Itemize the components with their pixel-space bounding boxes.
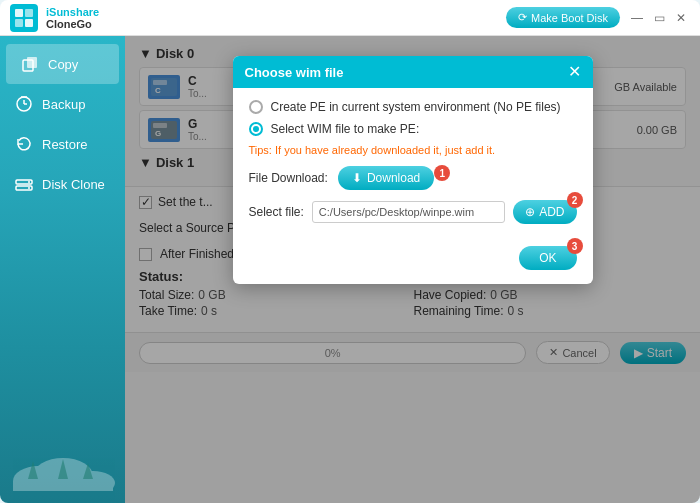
download-row: File Download: ⬇ Download 1 <box>249 166 577 190</box>
content-area: ▼ Disk 0 C C To... <box>125 36 700 503</box>
tip-text: Tips: If you have already downloaded it,… <box>249 144 577 156</box>
sidebar-restore-label: Restore <box>42 137 88 152</box>
svg-rect-17 <box>13 481 113 491</box>
modal-body: Create PE in current system environment … <box>233 88 593 246</box>
maximize-button[interactable]: ▭ <box>650 9 668 27</box>
title-bar-right: ⟳ Make Boot Disk — ▭ ✕ <box>506 7 690 28</box>
modal-title: Choose wim file <box>245 65 344 80</box>
window-controls: — ▭ ✕ <box>628 9 690 27</box>
main-layout: Copy Backup <box>0 36 700 503</box>
option1-radio[interactable] <box>249 100 263 114</box>
make-boot-button[interactable]: ⟳ Make Boot Disk <box>506 7 620 28</box>
ok-badge: 3 <box>567 238 583 254</box>
sidebar: Copy Backup <box>0 36 125 503</box>
modal-overlay: Choose wim file ✕ Create PE in current s… <box>125 36 700 503</box>
svg-point-12 <box>28 181 30 183</box>
close-button[interactable]: ✕ <box>672 9 690 27</box>
file-path-input[interactable] <box>312 201 505 223</box>
app-window: iSunshare CloneGo ⟳ Make Boot Disk — ▭ ✕ <box>0 0 700 503</box>
option2-label: Select WIM file to make PE: <box>271 122 420 136</box>
add-icon: ⊕ <box>525 205 535 219</box>
svg-point-13 <box>28 187 30 189</box>
sidebar-item-backup[interactable]: Backup <box>0 84 125 124</box>
svg-rect-0 <box>15 9 23 17</box>
option1-row: Create PE in current system environment … <box>249 100 577 114</box>
option1-label: Create PE in current system environment … <box>271 100 561 114</box>
app-logo <box>10 4 38 32</box>
modal-header: Choose wim file ✕ <box>233 56 593 88</box>
svg-rect-1 <box>25 9 33 17</box>
diskclone-icon <box>14 174 34 194</box>
sidebar-item-diskclone[interactable]: Disk Clone <box>0 164 125 204</box>
sidebar-item-copy[interactable]: Copy <box>6 44 119 84</box>
copy-icon <box>20 54 40 74</box>
option2-row: Select WIM file to make PE: <box>249 122 577 136</box>
option2-radio[interactable] <box>249 122 263 136</box>
restore-icon <box>14 134 34 154</box>
backup-icon <box>14 94 34 114</box>
add-badge: 2 <box>567 192 583 208</box>
choose-wim-modal: Choose wim file ✕ Create PE in current s… <box>233 56 593 284</box>
sidebar-decoration <box>0 441 125 495</box>
sidebar-item-restore[interactable]: Restore <box>0 124 125 164</box>
sidebar-diskclone-label: Disk Clone <box>42 177 105 192</box>
download-icon: ⬇ <box>352 171 362 185</box>
boot-icon: ⟳ <box>518 11 527 24</box>
app-name: iSunshare CloneGo <box>46 6 99 30</box>
title-bar-left: iSunshare CloneGo <box>10 4 99 32</box>
minimize-button[interactable]: — <box>628 9 646 27</box>
download-button[interactable]: ⬇ Download <box>338 166 434 190</box>
svg-rect-3 <box>25 19 33 27</box>
title-bar: iSunshare CloneGo ⟳ Make Boot Disk — ▭ ✕ <box>0 0 700 36</box>
modal-footer: OK 3 <box>233 246 593 284</box>
svg-rect-2 <box>15 19 23 27</box>
file-download-label: File Download: <box>249 171 328 185</box>
sidebar-backup-label: Backup <box>42 97 85 112</box>
sidebar-copy-label: Copy <box>48 57 78 72</box>
svg-rect-5 <box>27 57 37 68</box>
select-file-label: Select file: <box>249 205 304 219</box>
download-badge: 1 <box>434 165 450 181</box>
modal-close-button[interactable]: ✕ <box>568 64 581 80</box>
select-file-row: Select file: ⊕ ADD 2 <box>249 200 577 224</box>
